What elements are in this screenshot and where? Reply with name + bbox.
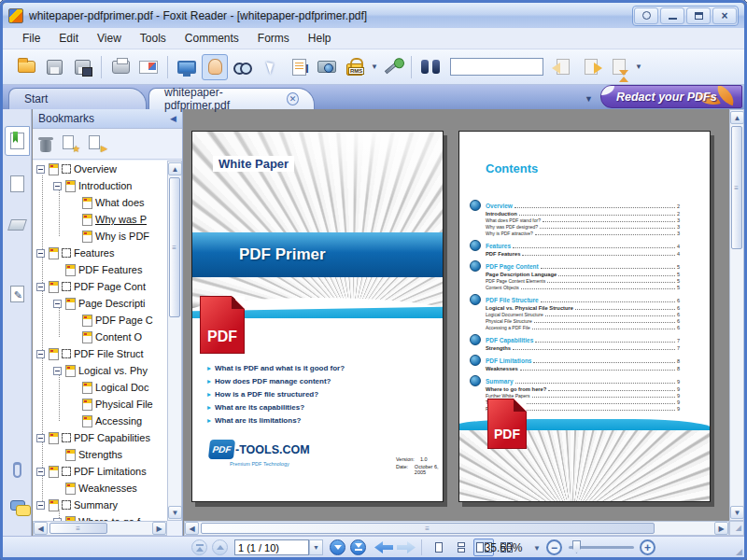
scroll-right-icon[interactable]: ▶ bbox=[152, 522, 166, 535]
scrollbar-thumb[interactable]: ≡ bbox=[731, 126, 742, 249]
scroll-up-icon[interactable]: ▲ bbox=[168, 162, 182, 175]
bookmark-item[interactable]: PDF File Struct bbox=[33, 345, 167, 362]
document-horizontal-scrollbar[interactable]: ◀ ≡ ▶ bbox=[184, 521, 729, 536]
hand-tool-button[interactable] bbox=[202, 54, 228, 80]
bookmark-item[interactable]: PDF Page C bbox=[33, 312, 167, 329]
delete-bookmark-button[interactable] bbox=[40, 140, 51, 152]
collapse-expander-icon[interactable] bbox=[36, 350, 45, 358]
collapse-expander-icon[interactable] bbox=[53, 182, 62, 190]
bookmark-item[interactable]: What does bbox=[33, 194, 167, 211]
loupe-tool-button[interactable] bbox=[230, 54, 256, 80]
bookmark-item[interactable]: PDF Page Cont bbox=[33, 278, 167, 295]
toc-entry[interactable]: PDF Features4 bbox=[486, 249, 680, 257]
collapse-expander-icon[interactable] bbox=[36, 283, 45, 291]
sign-button[interactable] bbox=[379, 54, 405, 80]
bookmark-item[interactable]: Accessing bbox=[33, 413, 167, 429]
next-page-button[interactable] bbox=[330, 539, 345, 555]
toc-section-header[interactable]: Features4 bbox=[486, 241, 680, 249]
email-button[interactable] bbox=[135, 54, 162, 80]
menu-view[interactable]: View bbox=[89, 29, 130, 48]
toc-entry[interactable]: Why was PDF designed?3 bbox=[486, 223, 680, 230]
previous-view-button[interactable] bbox=[550, 54, 576, 80]
toc-entry[interactable]: Weaknesses8 bbox=[486, 364, 680, 371]
menu-edit[interactable]: Edit bbox=[50, 29, 87, 48]
rms-dropdown-caret[interactable]: ▼ bbox=[371, 63, 378, 71]
expand-bookmark-button[interactable]: ▶ bbox=[89, 135, 104, 152]
scroll-down-icon[interactable]: ▼ bbox=[730, 506, 744, 519]
collapse-panel-icon[interactable]: ◀ bbox=[170, 114, 176, 123]
toc-entry[interactable]: Page Description Language5 bbox=[486, 270, 680, 277]
signature-panel-button[interactable]: ✎ bbox=[5, 279, 30, 309]
collapse-expander-icon[interactable] bbox=[36, 501, 45, 510]
bookmark-item[interactable]: Introduction bbox=[33, 177, 167, 194]
bookmark-item[interactable]: Weaknesses bbox=[33, 480, 167, 497]
bookmark-item[interactable]: Why was P bbox=[33, 211, 167, 228]
menu-tools[interactable]: Tools bbox=[132, 29, 175, 48]
next-view-button[interactable] bbox=[578, 54, 604, 80]
redact-promo-button[interactable]: Redact your PDFs bbox=[600, 85, 742, 108]
save-button[interactable] bbox=[41, 54, 67, 80]
bookmarks-horizontal-scrollbar[interactable]: ◀ ≡ ▶ bbox=[33, 521, 167, 536]
page-number-input[interactable] bbox=[234, 539, 309, 555]
zoom-caret[interactable]: ▼ bbox=[533, 544, 541, 553]
toc-entry[interactable]: Where to go from here?9 bbox=[486, 385, 680, 392]
zoom-level[interactable]: 35.60% bbox=[477, 541, 529, 554]
document-vertical-scrollbar[interactable]: ▲ ≡ ▼ bbox=[729, 109, 744, 521]
tab-close-button[interactable]: ✕ bbox=[287, 92, 299, 105]
toc-entry[interactable]: Introduction2 bbox=[486, 209, 680, 217]
collapse-expander-icon[interactable] bbox=[36, 165, 45, 174]
page-field-caret[interactable]: ▼ bbox=[309, 539, 323, 555]
collapse-expander-icon[interactable] bbox=[53, 300, 62, 308]
scroll-down-icon[interactable]: ▼ bbox=[168, 506, 182, 519]
close-button[interactable]: × bbox=[712, 7, 737, 24]
bookmark-item[interactable]: Why is PDF bbox=[33, 228, 167, 245]
toc-entry[interactable]: What does PDF stand for?3 bbox=[486, 217, 680, 223]
bookmark-item[interactable]: Strengths bbox=[33, 446, 167, 463]
zoom-slider-thumb[interactable] bbox=[572, 540, 581, 553]
scroll-up-icon[interactable]: ▲ bbox=[730, 111, 744, 124]
recent-dropdown-caret[interactable]: ▼ bbox=[635, 63, 642, 71]
add-bookmark-button[interactable]: ★ bbox=[63, 135, 78, 152]
toc-entry[interactable]: PDF Page Content Elements5 bbox=[486, 277, 680, 284]
attachments-panel-button[interactable] bbox=[5, 455, 30, 484]
bookmark-item[interactable]: Physical File bbox=[33, 396, 167, 413]
toc-section-header[interactable]: Summary9 bbox=[486, 376, 680, 385]
layers-panel-button[interactable] bbox=[5, 210, 30, 240]
scroll-left-icon[interactable]: ◀ bbox=[185, 522, 199, 535]
collapse-expander-icon[interactable] bbox=[36, 468, 45, 476]
save-all-button[interactable] bbox=[69, 54, 95, 80]
title-bar[interactable]: whitepaper-pdfprimer.pdf - Foxit Reader … bbox=[3, 3, 744, 28]
rms-protect-button[interactable]: RMS bbox=[342, 54, 368, 80]
scroll-right-icon[interactable]: ▶ bbox=[714, 522, 728, 535]
toc-section-header[interactable]: PDF Capabilities7 bbox=[486, 335, 680, 343]
bookmark-item[interactable]: Content O bbox=[33, 329, 167, 345]
find-input[interactable] bbox=[450, 58, 543, 76]
collapse-expander-icon[interactable] bbox=[53, 367, 62, 375]
recent-documents-button[interactable] bbox=[606, 54, 632, 80]
tab-document[interactable]: whitepaper-pdfprimer.pdf ✕ bbox=[148, 88, 315, 109]
minimize-button[interactable] bbox=[660, 7, 684, 24]
pages-panel-button[interactable] bbox=[5, 169, 30, 199]
print-button[interactable] bbox=[107, 54, 134, 80]
fullscreen-button[interactable] bbox=[174, 54, 200, 80]
tab-list-caret[interactable]: ▼ bbox=[585, 94, 593, 104]
toc-section-header[interactable]: PDF Limitations8 bbox=[486, 356, 680, 364]
toc-entry[interactable]: Content Objects5 bbox=[486, 284, 680, 290]
toc-entry[interactable]: Logical Document Structure6 bbox=[486, 311, 680, 317]
zoom-out-button[interactable]: − bbox=[546, 539, 562, 555]
menu-help[interactable]: Help bbox=[300, 29, 340, 48]
open-button[interactable] bbox=[13, 54, 39, 80]
toc-section-header[interactable]: PDF Page Content5 bbox=[486, 261, 680, 270]
bookmark-item[interactable]: Overview bbox=[33, 161, 167, 177]
toc-entry[interactable]: Accessing a PDF File6 bbox=[486, 324, 680, 330]
bookmark-item[interactable]: Logical Doc bbox=[33, 379, 167, 396]
scrollbar-thumb[interactable]: ≡ bbox=[201, 523, 655, 534]
toc-entry[interactable]: Logical vs. Physical File Structure6 bbox=[486, 303, 680, 311]
menu-forms[interactable]: Forms bbox=[249, 29, 298, 48]
collapse-expander-icon[interactable] bbox=[36, 434, 45, 442]
bookmark-item[interactable]: PDF Limitations bbox=[33, 463, 167, 480]
comments-panel-button[interactable] bbox=[5, 490, 30, 520]
toc-entry[interactable]: Physical File Structure6 bbox=[486, 317, 680, 324]
maximize-button[interactable] bbox=[686, 7, 711, 24]
bookmark-item[interactable]: Where to go f bbox=[33, 513, 167, 521]
